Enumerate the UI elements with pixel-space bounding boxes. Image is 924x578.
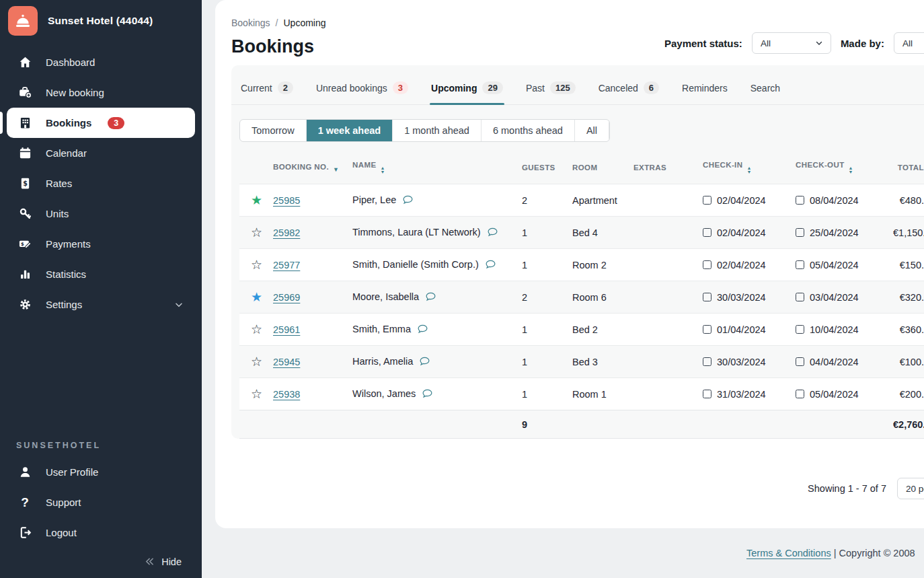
totals-row: 9 €2,760. xyxy=(239,410,924,439)
booking-number-link[interactable]: 25985 xyxy=(273,195,300,206)
sidebar-nav: Dashboard New booking xyxy=(0,47,202,320)
star-icon[interactable] xyxy=(239,388,262,400)
column-header-booking-no[interactable]: BOOKING NO. xyxy=(273,147,352,184)
sidebar-item-units[interactable]: Units xyxy=(7,198,195,229)
star-icon[interactable] xyxy=(239,355,262,368)
sidebar-item-statistics[interactable]: Statistics xyxy=(7,259,195,289)
sort-icon[interactable] xyxy=(333,167,339,173)
sidebar-item-calendar[interactable]: Calendar xyxy=(7,138,195,168)
chat-bubble-icon[interactable] xyxy=(425,291,436,304)
copyright-text: | Copyright © 2008 xyxy=(834,548,915,558)
room-cell: Room 6 xyxy=(572,281,633,314)
tab[interactable]: Canceled 6 xyxy=(599,81,659,104)
extras-cell xyxy=(633,378,703,410)
table-row: 25945 Harris, Amelia 1 Bed 3 30/03/2024 … xyxy=(239,346,924,378)
chat-bubble-icon[interactable] xyxy=(422,388,433,401)
tab[interactable]: Unread bookings 3 xyxy=(316,81,408,104)
payment-status-value: All xyxy=(761,38,771,48)
breadcrumb-parent[interactable]: Bookings xyxy=(231,17,270,28)
hide-sidebar-button[interactable]: Hide xyxy=(0,548,202,570)
top-filters: Payment status: All Made by: All xyxy=(664,32,924,54)
booking-number-link[interactable]: 25945 xyxy=(273,357,300,367)
table-row: 25969 Moore, Isabella 2 Room 6 30/03/202… xyxy=(239,281,924,314)
sidebar-item-settings[interactable]: Settings xyxy=(7,289,195,320)
tab[interactable]: Reminders xyxy=(682,81,728,104)
check-out-cell: 04/04/2024 xyxy=(796,346,893,378)
range-filter-pill[interactable]: 6 months ahead xyxy=(482,120,575,141)
service-bell-icon xyxy=(13,11,32,30)
booking-number-link[interactable]: 25982 xyxy=(273,227,300,238)
range-filter-pill[interactable]: All xyxy=(575,120,609,141)
star-icon[interactable] xyxy=(239,194,262,207)
tab-label: Unread bookings xyxy=(316,83,387,94)
chat-bubble-icon[interactable] xyxy=(485,258,496,272)
calendar-icon xyxy=(17,146,32,160)
terms-link[interactable]: Terms & Conditions xyxy=(746,548,831,558)
booking-number-link[interactable]: 25969 xyxy=(273,292,300,303)
guest-name: Timmons, Laura (LT Network) xyxy=(352,227,481,238)
sidebar-item-user-profile[interactable]: User Profile xyxy=(7,457,195,487)
date-square-icon xyxy=(703,390,711,398)
range-filter-pill[interactable]: 1 month ahead xyxy=(393,120,482,141)
room-cell: Bed 3 xyxy=(572,346,633,378)
chat-bubble-icon[interactable] xyxy=(487,226,498,240)
check-out-cell: 05/04/2024 xyxy=(796,249,893,281)
extras-cell xyxy=(633,281,703,314)
star-icon[interactable] xyxy=(239,323,262,336)
date-square-icon xyxy=(703,196,711,205)
sidebar-item-label: Logout xyxy=(46,527,77,538)
gear-icon xyxy=(17,297,32,312)
booking-number-link[interactable]: 25977 xyxy=(273,260,300,270)
payment-status-label: Payment status: xyxy=(664,38,742,49)
tab-count-badge: 2 xyxy=(278,81,293,94)
guests-total: 9 xyxy=(522,410,572,439)
sidebar-item-logout[interactable]: Logout xyxy=(7,517,195,548)
sort-icon[interactable] xyxy=(380,166,385,174)
column-header-check-out[interactable]: CHECK-OUT xyxy=(796,147,893,184)
sidebar-item-support[interactable]: ? Support xyxy=(7,487,195,517)
date-square-icon xyxy=(796,325,804,334)
range-filter-pill[interactable]: 1 week ahead xyxy=(307,120,393,141)
payment-status-select[interactable]: All xyxy=(752,32,831,54)
chat-bubble-icon[interactable] xyxy=(402,194,414,207)
star-icon[interactable] xyxy=(239,258,262,271)
sidebar-item-payments[interactable]: $ Payments xyxy=(7,229,195,259)
chat-bubble-icon[interactable] xyxy=(417,323,428,336)
room-cell: Bed 4 xyxy=(572,217,633,249)
booking-number-link[interactable]: 25961 xyxy=(273,324,300,335)
check-in-cell: 31/03/2024 xyxy=(703,378,796,410)
made-by-select[interactable]: All xyxy=(894,32,924,54)
table-row: 25977 Smith, Danielle (Smith Corp.) 1 Ro… xyxy=(239,249,924,281)
column-header-name[interactable]: NAME xyxy=(352,147,522,184)
tab[interactable]: Search xyxy=(750,81,780,104)
table-row: 25982 Timmons, Laura (LT Network) 1 Bed … xyxy=(239,217,924,249)
sidebar-item-label: Bookings xyxy=(46,117,91,129)
column-header-check-in[interactable]: CHECK-IN xyxy=(703,147,796,184)
range-filter-pill[interactable]: Tomorrow xyxy=(240,120,307,141)
tab[interactable]: Past 125 xyxy=(526,81,576,104)
room-cell: Apartment xyxy=(572,184,633,217)
sort-icon[interactable] xyxy=(746,166,751,174)
per-page-select[interactable]: 20 per page xyxy=(897,478,924,499)
key-icon xyxy=(17,207,32,221)
room-cell: Bed 2 xyxy=(572,314,633,346)
showing-range-text: Showing 1 - 7 of 7 xyxy=(808,483,886,494)
guests-cell: 2 xyxy=(522,184,572,217)
guests-cell: 2 xyxy=(522,281,572,314)
sidebar-item-dashboard[interactable]: Dashboard xyxy=(7,47,195,77)
sidebar-item-new-booking[interactable]: New booking xyxy=(7,77,195,108)
building-icon xyxy=(17,116,32,130)
pagination: Showing 1 - 7 of 7 20 per page xyxy=(223,478,924,499)
hide-label: Hide xyxy=(161,556,182,567)
sidebar-item-bookings[interactable]: Bookings 3 xyxy=(7,108,195,138)
chat-bubble-icon[interactable] xyxy=(419,355,430,369)
tab-label: Upcoming xyxy=(431,83,477,94)
tab[interactable]: Upcoming 29 xyxy=(431,81,503,104)
booking-number-link[interactable]: 25938 xyxy=(273,389,300,400)
tab[interactable]: Current 2 xyxy=(241,81,293,104)
star-icon[interactable] xyxy=(239,226,262,239)
star-icon[interactable] xyxy=(239,291,262,303)
bookings-count-badge: 3 xyxy=(108,117,124,129)
sort-icon[interactable] xyxy=(849,166,853,174)
sidebar-item-rates[interactable]: $ Rates xyxy=(7,168,195,198)
